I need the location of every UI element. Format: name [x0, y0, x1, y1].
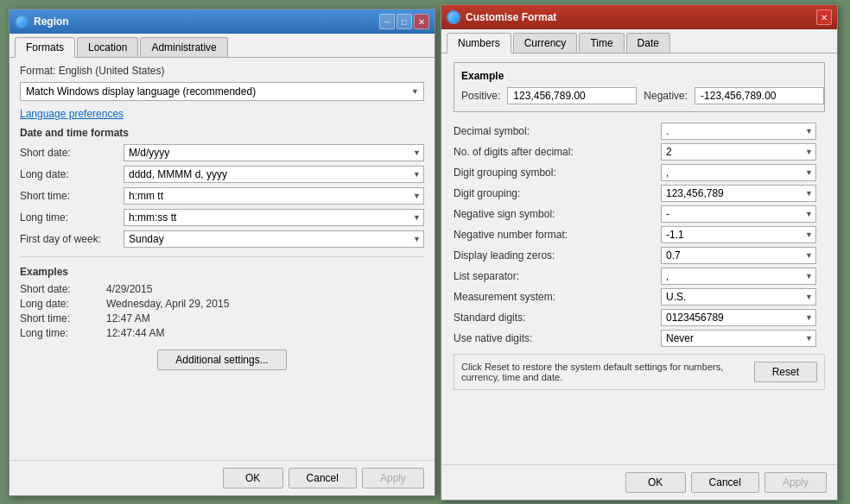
- additional-settings-button[interactable]: Additional settings...: [157, 350, 286, 370]
- standard-digits-select[interactable]: 0123456789: [661, 309, 816, 326]
- reset-button[interactable]: Reset: [754, 362, 817, 382]
- positive-label: Positive:: [461, 90, 500, 102]
- display-leading-zeros-label: Display leading zeros:: [454, 249, 654, 261]
- region-footer: OK Cancel Apply: [10, 460, 435, 495]
- digits-after-decimal-select[interactable]: 2: [661, 143, 816, 161]
- customise-globe-icon: [447, 10, 460, 24]
- digit-grouping-select[interactable]: 123,456,789: [661, 185, 816, 202]
- region-cancel-button[interactable]: Cancel: [289, 468, 357, 488]
- customise-tab-bar: Numbers Currency Time Date: [441, 29, 837, 54]
- short-time-select[interactable]: h:mm tt: [124, 187, 424, 205]
- tab-location[interactable]: Location: [77, 37, 138, 57]
- region-title: Region: [34, 16, 69, 28]
- negative-number-format-wrap: -1.1: [661, 226, 816, 243]
- display-leading-zeros-wrap: 0.7: [661, 247, 816, 264]
- first-day-select[interactable]: Sunday: [124, 230, 424, 248]
- tab-numbers[interactable]: Numbers: [447, 33, 511, 54]
- customise-title: Customise Format: [466, 11, 556, 23]
- maximize-button[interactable]: □: [396, 14, 412, 29]
- reset-text: Click Reset to restore the system defaul…: [461, 362, 747, 382]
- customise-cancel-button[interactable]: Cancel: [691, 472, 759, 493]
- standard-digits-wrap: 0123456789: [661, 309, 816, 326]
- customise-close-button[interactable]: ✕: [816, 9, 832, 25]
- tab-administrative[interactable]: Administrative: [140, 37, 227, 57]
- measurement-system-wrap: U.S.: [661, 288, 816, 306]
- digits-after-decimal-wrap: 2: [661, 143, 816, 161]
- customise-footer: OK Cancel Apply: [441, 464, 837, 500]
- customise-content: Example Positive: Negative: Decimal symb…: [441, 54, 837, 399]
- negative-sign-select[interactable]: -: [661, 205, 816, 223]
- use-native-digits-wrap: Never: [661, 330, 816, 347]
- region-content: Format: English (United States) Match Wi…: [10, 58, 435, 377]
- example-long-time-label: Long time:: [20, 327, 106, 339]
- region-apply-button[interactable]: Apply: [362, 468, 424, 488]
- digit-grouping-symbol-wrap: ,: [661, 164, 816, 181]
- display-leading-zeros-select[interactable]: 0.7: [661, 247, 816, 264]
- standard-digits-label: Standard digits:: [454, 312, 654, 324]
- example-row-inline: Positive: Negative:: [461, 87, 817, 104]
- customise-ok-button[interactable]: OK: [625, 472, 686, 493]
- negative-label: Negative:: [644, 90, 688, 102]
- negative-sign-label: Negative sign symbol:: [454, 208, 654, 220]
- example-box: Example Positive: Negative:: [454, 62, 825, 112]
- short-time-select-wrap: h:mm tt: [124, 187, 424, 205]
- positive-input[interactable]: [507, 87, 637, 104]
- reset-row: Click Reset to restore the system defaul…: [454, 354, 825, 390]
- short-date-row: Short date: M/d/yyyy: [20, 144, 424, 161]
- short-date-select[interactable]: M/d/yyyy: [124, 144, 424, 161]
- example-long-date: Long date: Wednesday, April 29, 2015: [20, 298, 424, 310]
- digit-grouping-label: Digit grouping:: [454, 187, 654, 199]
- format-label: Format: English (United States): [20, 65, 424, 77]
- tab-time[interactable]: Time: [579, 33, 624, 53]
- negative-number-format-select[interactable]: -1.1: [661, 226, 816, 243]
- short-time-label: Short time:: [20, 190, 124, 202]
- short-date-select-wrap: M/d/yyyy: [124, 144, 424, 161]
- examples-section: Examples Short date: 4/29/2015 Long date…: [20, 266, 424, 339]
- digit-grouping-wrap: 123,456,789: [661, 185, 816, 202]
- tab-date[interactable]: Date: [626, 33, 670, 53]
- short-date-label: Short date:: [20, 147, 124, 159]
- examples-title: Examples: [20, 266, 424, 278]
- first-day-label: First day of week:: [20, 233, 124, 245]
- example-long-time: Long time: 12:47:44 AM: [20, 327, 424, 339]
- decimal-symbol-wrap: .: [661, 123, 816, 140]
- customise-title-bar: Customise Format ✕: [441, 5, 837, 29]
- example-short-time: Short time: 12:47 AM: [20, 312, 424, 324]
- region-title-bar: Region ─ □ ✕: [10, 9, 435, 34]
- long-time-row: Long time: h:mm:ss tt: [20, 209, 424, 226]
- region-ok-button[interactable]: OK: [223, 468, 283, 488]
- long-time-label: Long time:: [20, 211, 124, 224]
- list-separator-wrap: ,: [661, 268, 816, 285]
- digit-grouping-symbol-label: Digit grouping symbol:: [454, 167, 654, 179]
- measurement-system-select[interactable]: U.S.: [661, 288, 816, 306]
- decimal-symbol-select[interactable]: .: [661, 123, 816, 140]
- long-date-select[interactable]: dddd, MMMM d, yyyy: [124, 166, 424, 183]
- format-dropdown[interactable]: Match Windows display language (recommen…: [20, 82, 424, 101]
- digit-grouping-symbol-select[interactable]: ,: [661, 164, 816, 181]
- example-short-time-label: Short time:: [20, 312, 106, 324]
- minimize-button[interactable]: ─: [379, 14, 395, 29]
- long-date-label: Long date:: [20, 168, 124, 180]
- example-short-time-value: 12:47 AM: [106, 312, 150, 324]
- example-short-date-label: Short date:: [20, 283, 106, 295]
- language-preferences-link[interactable]: Language preferences: [20, 108, 424, 120]
- region-tab-bar: Formats Location Administrative: [10, 34, 435, 58]
- long-date-row: Long date: dddd, MMMM d, yyyy: [20, 166, 424, 183]
- list-separator-label: List separator:: [454, 270, 654, 282]
- list-separator-select[interactable]: ,: [661, 268, 816, 285]
- tab-formats[interactable]: Formats: [15, 37, 75, 58]
- settings-grid: Decimal symbol: . No. of digits after de…: [454, 123, 825, 347]
- long-time-select[interactable]: h:mm:ss tt: [124, 209, 424, 226]
- example-short-date: Short date: 4/29/2015: [20, 283, 424, 295]
- example-box-title: Example: [461, 70, 817, 82]
- negative-input[interactable]: [695, 87, 824, 104]
- tab-currency[interactable]: Currency: [513, 33, 578, 53]
- negative-sign-wrap: -: [661, 205, 816, 223]
- close-button[interactable]: ✕: [414, 14, 429, 29]
- measurement-system-label: Measurement system:: [454, 291, 654, 303]
- first-day-select-wrap: Sunday: [124, 230, 424, 248]
- decimal-symbol-label: Decimal symbol:: [454, 125, 654, 137]
- digits-after-decimal-label: No. of digits after decimal:: [454, 146, 654, 158]
- use-native-digits-select[interactable]: Never: [661, 330, 816, 347]
- customise-apply-button[interactable]: Apply: [764, 472, 827, 493]
